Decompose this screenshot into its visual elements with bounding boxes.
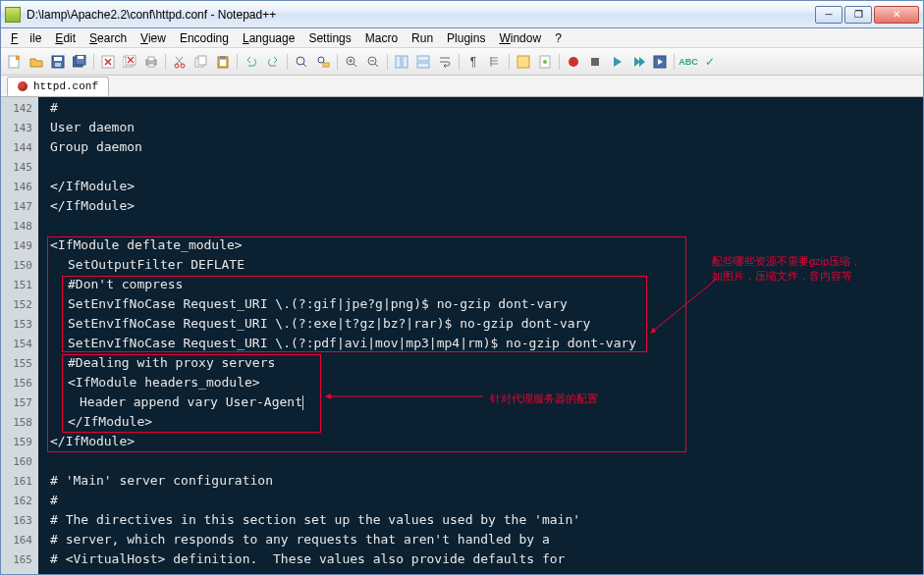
file-tab-label: httpd.conf <box>33 80 98 92</box>
new-file-icon[interactable] <box>5 52 25 72</box>
svg-rect-13 <box>148 64 154 67</box>
close-file-icon[interactable] <box>98 52 118 72</box>
svg-rect-19 <box>220 56 226 59</box>
find-icon[interactable] <box>292 52 311 72</box>
svg-point-21 <box>297 57 304 65</box>
separator <box>335 52 340 72</box>
menu-plugins[interactable]: Plugins <box>441 29 491 47</box>
code-line[interactable]: Header append vary User-Agent <box>50 392 923 412</box>
svg-rect-28 <box>417 56 429 61</box>
line-number: 142 <box>1 99 32 119</box>
copy-icon[interactable] <box>191 52 211 72</box>
menu-encoding[interactable]: Encoding <box>174 29 235 47</box>
toolbar: ¶ ABC ✓ <box>1 48 923 76</box>
code-line[interactable]: <IfModule deflate_module> <box>50 235 923 255</box>
code-line[interactable]: SetEnvIfNoCase Request_URI \.(?:gif|jpe?… <box>50 294 923 314</box>
minimize-button[interactable]: ─ <box>815 6 842 24</box>
app-window: D:\lamp\Apache2.2\conf\httpd.conf - Note… <box>0 0 924 575</box>
line-number: 162 <box>1 492 32 511</box>
window-buttons: ─ ❐ ✕ <box>815 6 919 24</box>
code-line[interactable]: #Don't compress <box>50 275 923 294</box>
menu-edit[interactable]: Edit <box>49 29 82 47</box>
line-number: 163 <box>1 511 32 531</box>
line-number: 160 <box>1 452 32 472</box>
menu-search[interactable]: Search <box>83 29 133 47</box>
play-multi-icon[interactable] <box>628 52 648 72</box>
line-number: 164 <box>1 531 32 550</box>
code-line[interactable]: </IfModule> <box>50 196 923 216</box>
code-line[interactable]: # server, which responds to any requests… <box>50 530 923 549</box>
record-macro-icon[interactable] <box>564 52 583 72</box>
play-macro-icon[interactable] <box>607 52 626 72</box>
menu-run[interactable]: Run <box>406 29 439 47</box>
separator <box>285 52 290 72</box>
code-line[interactable]: # <VirtualHost> definition. These values… <box>50 549 923 569</box>
sync-h-icon[interactable] <box>413 52 433 72</box>
svg-rect-30 <box>517 56 529 68</box>
file-tab-httpd[interactable]: httpd.conf <box>7 77 109 96</box>
code-line[interactable]: </IfModule> <box>50 412 923 432</box>
sync-v-icon[interactable] <box>392 52 411 72</box>
indent-guide-icon[interactable] <box>485 52 505 72</box>
menu-settings[interactable]: Settings <box>302 29 356 47</box>
svg-rect-34 <box>591 58 599 66</box>
svg-rect-3 <box>54 57 62 61</box>
menu-help[interactable]: ? <box>549 29 568 47</box>
code-line[interactable]: # The directives in this section set up … <box>50 510 923 530</box>
save-icon[interactable] <box>48 52 68 72</box>
code-line[interactable]: User daemon <box>50 118 923 137</box>
maximize-button[interactable]: ❐ <box>844 6 872 24</box>
titlebar[interactable]: D:\lamp\Apache2.2\conf\httpd.conf - Note… <box>1 1 923 28</box>
zoom-out-icon[interactable] <box>363 52 383 72</box>
close-button[interactable]: ✕ <box>874 6 919 24</box>
save-all-icon[interactable] <box>70 52 89 72</box>
line-number: 146 <box>1 178 32 197</box>
code-line[interactable] <box>50 451 923 471</box>
code-line[interactable]: <IfModule headers_module> <box>50 373 923 392</box>
doc-map-icon[interactable] <box>535 52 555 72</box>
code-line[interactable]: # <box>50 98 923 118</box>
undo-icon[interactable] <box>242 52 261 72</box>
line-number: 155 <box>1 354 32 374</box>
code-line[interactable]: SetOutputFilter DEFLATE <box>50 255 923 275</box>
svg-rect-7 <box>78 56 83 59</box>
menu-macro[interactable]: Macro <box>359 29 404 47</box>
invisible-chars-icon[interactable]: ¶ <box>463 52 483 72</box>
lang-panel-icon[interactable] <box>514 52 533 72</box>
menu-language[interactable]: Language <box>237 29 300 47</box>
code-line[interactable]: # <box>50 491 923 510</box>
menu-view[interactable]: View <box>135 29 172 47</box>
paste-icon[interactable] <box>213 52 233 72</box>
separator <box>91 52 96 72</box>
code-line[interactable] <box>50 216 923 235</box>
print-icon[interactable] <box>141 52 161 72</box>
code-line[interactable] <box>50 157 923 177</box>
separator <box>672 52 677 72</box>
line-number: 153 <box>1 315 32 335</box>
editor-area[interactable]: 1421431441451461471481491501511521531541… <box>1 97 923 574</box>
code-content[interactable]: #User daemonGroup daemon</IfModule></IfM… <box>38 97 923 574</box>
code-line[interactable]: SetEnvIfNoCase Request_URI \.(?:exe|t?gz… <box>50 314 923 334</box>
spell-next-icon[interactable]: ✓ <box>700 52 720 72</box>
save-macro-icon[interactable] <box>650 52 670 72</box>
code-line[interactable]: SetEnvIfNoCase Request_URI \.(?:pdf|avi|… <box>50 334 923 353</box>
stop-macro-icon[interactable] <box>585 52 605 72</box>
redo-icon[interactable] <box>263 52 283 72</box>
code-line[interactable]: # 'Main' server configuration <box>50 471 923 491</box>
menu-window[interactable]: Window <box>493 29 547 47</box>
open-file-icon[interactable] <box>27 52 46 72</box>
code-line[interactable]: </IfModule> <box>50 432 923 451</box>
spell-check-icon[interactable]: ABC <box>679 52 698 72</box>
separator <box>457 52 462 72</box>
cut-icon[interactable] <box>170 52 190 72</box>
code-line[interactable]: Group daemon <box>50 137 923 157</box>
menu-file[interactable]: File <box>5 29 47 47</box>
line-number: 154 <box>1 335 32 354</box>
close-all-icon[interactable] <box>120 52 139 72</box>
zoom-in-icon[interactable] <box>342 52 361 72</box>
replace-icon[interactable] <box>313 52 333 72</box>
line-number: 148 <box>1 217 32 236</box>
code-line[interactable]: #Dealing with proxy servers <box>50 353 923 373</box>
wrap-icon[interactable] <box>435 52 455 72</box>
code-line[interactable]: </IfModule> <box>50 177 923 196</box>
